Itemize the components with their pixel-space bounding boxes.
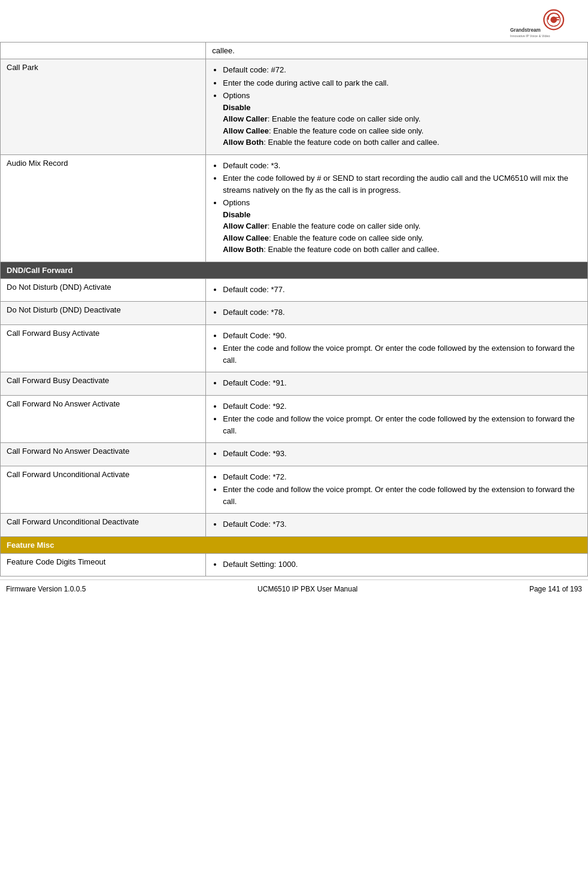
call-park-label: Call Park [1, 59, 206, 155]
svg-text:Grandstream: Grandstream [510, 28, 541, 33]
audio-mix-allow-callee-desc: : Enable the feature code on callee side… [269, 233, 424, 242]
call-park-item-2: Enter the code during active call to par… [223, 77, 581, 89]
dnd-activate-row: Do Not Disturb (DND) Activate Default co… [1, 278, 588, 302]
feature-code-timeout-label: Feature Code Digits Timeout [1, 553, 206, 576]
call-park-item-3: Options Disable Allow Caller: Enable the… [223, 90, 581, 148]
cf-unconditional-deactivate-detail: Default Code: *73. [206, 514, 588, 537]
feature-misc-header-row: Feature Misc [1, 536, 588, 553]
audio-mix-row: Audio Mix Record Default code: *3. Enter… [1, 154, 588, 262]
page-footer: Firmware Version 1.0.0.5 UCM6510 IP PBX … [0, 579, 588, 598]
audio-mix-item-1: Default code: *3. [223, 160, 581, 172]
call-park-allow-both-label: Allow Both [223, 138, 263, 147]
callee-row: callee. [1, 43, 588, 59]
call-park-details: Default code: #72. Enter the code during… [206, 59, 588, 155]
dnd-section-header-row: DND/Call Forward [1, 262, 588, 278]
cf-unconditional-activate-row: Call Forward Unconditional Activate Defa… [1, 466, 588, 514]
dnd-activate-item: Default code: *77. [223, 284, 581, 296]
cf-busy-activate-item-1: Default Code: *90. [223, 330, 581, 342]
footer-firmware: Firmware Version 1.0.0.5 [6, 585, 86, 593]
dnd-deactivate-label: Do Not Disturb (DND) Deactivate [1, 302, 206, 325]
grandstream-logo-svg: Grandstream Innovative IP Voice & Video [507, 8, 573, 38]
call-park-row: Call Park Default code: #72. Enter the c… [1, 59, 588, 155]
call-park-allow-caller-label: Allow Caller [223, 114, 267, 123]
feature-code-timeout-detail: Default Setting: 1000. [206, 553, 588, 576]
page: Grandstream Innovative IP Voice & Video … [0, 0, 588, 598]
header-logo-area: Grandstream Innovative IP Voice & Video [0, 0, 588, 42]
callee-left-cell [1, 43, 206, 59]
footer-manual: UCM6510 IP PBX User Manual [257, 585, 357, 593]
audio-mix-item-3: Options Disable Allow Caller: Enable the… [223, 197, 581, 256]
feature-code-timeout-row: Feature Code Digits Timeout Default Sett… [1, 553, 588, 576]
cf-unconditional-activate-item-2: Enter the code and follow the voice prom… [223, 484, 581, 507]
audio-mix-allow-both-label: Allow Both [223, 245, 263, 254]
cf-busy-deactivate-label: Call Forward Busy Deactivate [1, 372, 206, 396]
cf-unconditional-deactivate-item: Default Code: *73. [223, 518, 581, 530]
dnd-section-header: DND/Call Forward [1, 262, 588, 278]
cf-unconditional-activate-item-1: Default Code: *72. [223, 471, 581, 483]
cf-noanswer-deactivate-row: Call Forward No Answer Deactivate Defaul… [1, 443, 588, 466]
cf-noanswer-activate-label: Call Forward No Answer Activate [1, 395, 206, 443]
call-park-allow-both-desc: : Enable the feature code on both caller… [263, 138, 439, 147]
cf-busy-activate-detail: Default Code: *90. Enter the code and fo… [206, 324, 588, 372]
audio-mix-item-2: Enter the code followed by # or SEND to … [223, 172, 581, 196]
cf-noanswer-activate-item-1: Default Code: *92. [223, 400, 581, 412]
feature-misc-header: Feature Misc [1, 536, 588, 553]
call-park-allow-caller-desc: : Enable the feature code on caller side… [268, 114, 421, 123]
dnd-activate-label: Do Not Disturb (DND) Activate [1, 278, 206, 302]
call-park-disable: Disable [223, 103, 250, 112]
callee-text: callee. [212, 46, 235, 55]
feature-code-timeout-item: Default Setting: 1000. [223, 559, 581, 571]
dnd-deactivate-detail: Default code: *78. [206, 302, 588, 325]
audio-mix-details: Default code: *3. Enter the code followe… [206, 154, 588, 262]
main-table: callee. Call Park Default code: #72. Ent… [0, 42, 588, 576]
cf-noanswer-activate-row: Call Forward No Answer Activate Default … [1, 395, 588, 443]
svg-text:Innovative IP Voice & Video: Innovative IP Voice & Video [510, 34, 550, 38]
cf-noanswer-activate-detail: Default Code: *92. Enter the code and fo… [206, 395, 588, 443]
call-park-item-1: Default code: #72. [223, 64, 581, 76]
cf-noanswer-deactivate-item: Default Code: *93. [223, 448, 581, 460]
footer-page: Page 141 of 193 [529, 585, 582, 593]
call-park-allow-callee-label: Allow Callee [223, 126, 269, 135]
dnd-activate-detail: Default code: *77. [206, 278, 588, 302]
cf-noanswer-activate-item-2: Enter the code and follow the voice prom… [223, 413, 581, 436]
cf-unconditional-deactivate-row: Call Forward Unconditional Deactivate De… [1, 514, 588, 537]
cf-busy-deactivate-detail: Default Code: *91. [206, 372, 588, 396]
callee-right-cell: callee. [206, 43, 588, 59]
audio-mix-allow-caller-label: Allow Caller [223, 221, 267, 230]
cf-noanswer-deactivate-label: Call Forward No Answer Deactivate [1, 443, 206, 466]
cf-unconditional-activate-label: Call Forward Unconditional Activate [1, 466, 206, 514]
dnd-deactivate-row: Do Not Disturb (DND) Deactivate Default … [1, 302, 588, 325]
dnd-deactivate-item: Default code: *78. [223, 307, 581, 318]
audio-mix-label: Audio Mix Record [1, 154, 206, 262]
cf-unconditional-deactivate-label: Call Forward Unconditional Deactivate [1, 514, 206, 537]
logo: Grandstream Innovative IP Voice & Video [504, 6, 576, 39]
audio-mix-allow-both-desc: : Enable the feature code on both caller… [263, 245, 439, 254]
cf-busy-activate-row: Call Forward Busy Activate Default Code:… [1, 324, 588, 372]
cf-busy-activate-item-2: Enter the code and follow the voice prom… [223, 342, 581, 366]
audio-mix-allow-callee-label: Allow Callee [223, 233, 269, 242]
cf-busy-deactivate-row: Call Forward Busy Deactivate Default Cod… [1, 372, 588, 396]
cf-unconditional-activate-detail: Default Code: *72. Enter the code and fo… [206, 466, 588, 514]
call-park-allow-callee-desc: : Enable the feature code on callee side… [269, 126, 424, 135]
cf-noanswer-deactivate-detail: Default Code: *93. [206, 443, 588, 466]
cf-busy-deactivate-item: Default Code: *91. [223, 377, 581, 389]
cf-busy-activate-label: Call Forward Busy Activate [1, 324, 206, 372]
audio-mix-allow-caller-desc: : Enable the feature code on caller side… [268, 221, 421, 230]
audio-mix-disable: Disable [223, 210, 250, 219]
